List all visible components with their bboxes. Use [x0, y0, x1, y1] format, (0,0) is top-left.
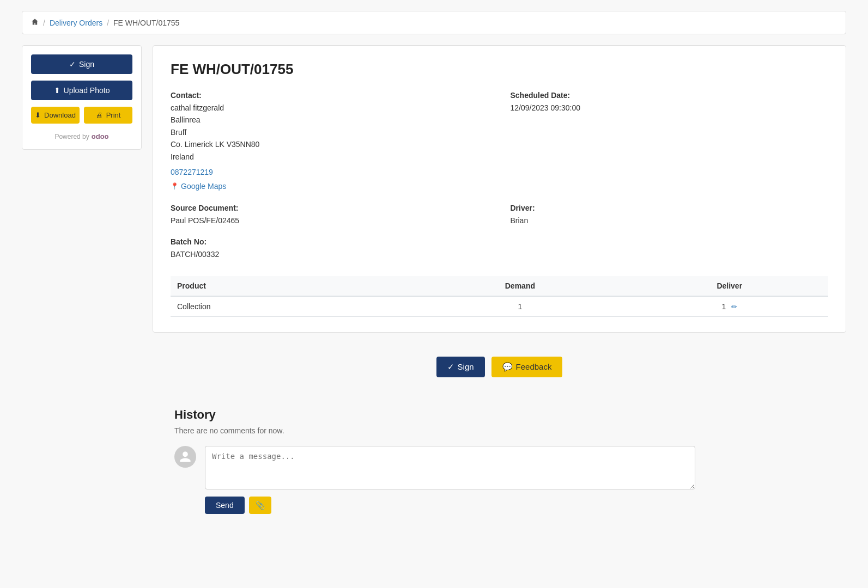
batch-no-label: Batch No: — [171, 237, 489, 246]
contact-name: cathal fitzgerald — [171, 102, 489, 114]
download-button[interactable]: ⬇ Download — [31, 107, 80, 124]
home-icon[interactable] — [31, 18, 39, 27]
message-actions: Send 📎 — [205, 497, 695, 514]
send-button[interactable]: Send — [205, 497, 245, 514]
document-title: FE WH/OUT/01755 — [171, 61, 828, 78]
print-icon: 🖨 — [96, 111, 103, 119]
upload-photo-button[interactable]: ⬆ Upload Photo — [31, 81, 132, 100]
message-area: Send 📎 — [174, 446, 846, 514]
print-button[interactable]: 🖨 Print — [84, 107, 132, 124]
source-document-label: Source Document: — [171, 204, 489, 212]
google-maps-link[interactable]: Google Maps — [181, 180, 226, 192]
download-icon: ⬇ — [35, 111, 41, 119]
history-title: History — [174, 408, 846, 422]
contact-addr3: Co. Limerick LK V35NN80 — [171, 138, 489, 150]
attach-button[interactable]: 📎 — [249, 497, 271, 514]
breadcrumb-delivery-orders[interactable]: Delivery Orders — [50, 19, 102, 27]
deliver-cell: 1 ✏ — [630, 296, 828, 317]
col-deliver: Deliver — [630, 276, 828, 296]
check-icon-main: ✓ — [447, 362, 454, 372]
message-input[interactable] — [205, 446, 695, 489]
batch-no-value: BATCH/00332 — [171, 248, 489, 260]
col-demand: Demand — [409, 276, 630, 296]
driver-value: Brian — [511, 215, 829, 226]
contact-block: Contact: cathal fitzgerald Ballinrea Bru… — [171, 91, 489, 193]
history-empty-message: There are no comments for now. — [174, 426, 846, 435]
product-cell: Collection — [171, 296, 409, 317]
chat-icon: 💬 — [502, 362, 513, 372]
history-section: History There are no comments for now. S… — [153, 408, 846, 514]
upload-icon: ⬆ — [54, 86, 60, 95]
contact-value: cathal fitzgerald Ballinrea Bruff Co. Li… — [171, 102, 489, 193]
contact-addr2: Bruff — [171, 126, 489, 138]
products-table: Product Demand Deliver Collection 1 1 ✏ — [171, 276, 828, 317]
document-card: FE WH/OUT/01755 Contact: cathal fitzgera… — [153, 45, 846, 333]
sign-button[interactable]: ✓ Sign — [31, 54, 132, 74]
sidebar: ✓ Sign ⬆ Upload Photo ⬇ Download 🖨 Print… — [22, 45, 142, 150]
scheduled-date-value: 12/09/2023 09:30:00 — [511, 102, 829, 114]
map-pin-icon: 📍 — [171, 181, 179, 192]
main-sign-button[interactable]: ✓ Sign — [436, 357, 485, 377]
contact-phone[interactable]: 0872271219 — [171, 168, 213, 176]
message-input-wrapper: Send 📎 — [205, 446, 695, 514]
scheduled-date-block: Scheduled Date: 12/09/2023 09:30:00 — [511, 91, 829, 193]
breadcrumb: / Delivery Orders / FE WH/OUT/01755 — [22, 11, 846, 34]
batch-no-block: Batch No: BATCH/00332 — [171, 237, 489, 260]
breadcrumb-current: FE WH/OUT/01755 — [113, 19, 179, 27]
driver-block: Driver: Brian — [511, 204, 829, 226]
source-document-value: Paul POS/FE/02465 — [171, 215, 489, 226]
table-row: Collection 1 1 ✏ — [171, 296, 828, 317]
odoo-logo: odoo — [92, 132, 109, 140]
demand-cell: 1 — [409, 296, 630, 317]
check-icon: ✓ — [69, 60, 76, 69]
action-buttons: ✓ Sign 💬 Feedback — [153, 357, 846, 377]
paperclip-icon: 📎 — [256, 501, 265, 510]
feedback-button[interactable]: 💬 Feedback — [491, 357, 563, 377]
edit-icon[interactable]: ✏ — [731, 303, 737, 311]
source-document-block: Source Document: Paul POS/FE/02465 — [171, 204, 489, 226]
powered-by: Powered by odoo — [31, 132, 132, 140]
col-product: Product — [171, 276, 409, 296]
sidebar-actions: ⬇ Download 🖨 Print — [31, 107, 132, 124]
contact-label: Contact: — [171, 91, 489, 100]
scheduled-date-label: Scheduled Date: — [511, 91, 829, 100]
contact-addr4: Ireland — [171, 151, 489, 163]
contact-addr1: Ballinrea — [171, 114, 489, 126]
info-grid: Contact: cathal fitzgerald Ballinrea Bru… — [171, 91, 828, 261]
driver-label: Driver: — [511, 204, 829, 212]
avatar — [174, 446, 196, 468]
